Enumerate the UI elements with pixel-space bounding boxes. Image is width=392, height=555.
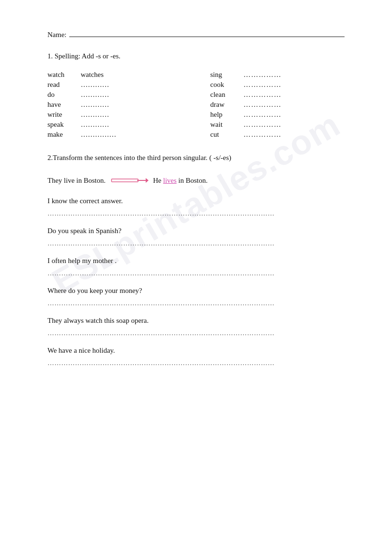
example-right: He lives in Boston. <box>153 177 208 185</box>
spelling-right-col: sing……………cook……………clean……………draw……………hel… <box>210 71 345 139</box>
word-answer: ………… <box>81 101 123 109</box>
word-answer: ………… <box>81 121 123 129</box>
word-answer: …………… <box>243 71 281 79</box>
spelling-row-left-0: watchwatches <box>47 71 182 79</box>
word-base: cook <box>210 81 243 89</box>
example-left: They live in Boston. <box>47 177 106 185</box>
answer-dotted-0: ……………………………………………………………………………………… <box>47 210 345 217</box>
svg-marker-2 <box>146 178 149 183</box>
sentence-text-5: We have a nice holiday. <box>47 347 345 355</box>
answer-dotted-4: ……………………………………………………………………………………… <box>47 329 345 337</box>
spelling-row-right-3: draw…………… <box>210 101 345 109</box>
spelling-row-left-5: speak………… <box>47 121 182 129</box>
word-base: clean <box>210 91 243 99</box>
spelling-row-right-4: help…………… <box>210 111 345 119</box>
answer-dotted-1: ……………………………………………………………………………………… <box>47 240 345 247</box>
word-base: draw <box>210 101 243 109</box>
word-answer: ………… <box>81 91 123 99</box>
sentence-text-3: Where do you keep your money? <box>47 287 345 295</box>
word-answer: …………… <box>243 81 281 89</box>
word-base: cut <box>210 131 243 139</box>
example-row: They live in Boston. He lives in Boston. <box>47 175 345 186</box>
sentence-block-0: I know the correct answer.……………………………………… <box>47 197 345 217</box>
highlight-lives: lives <box>163 177 177 184</box>
spelling-row-right-5: wait…………… <box>210 121 345 129</box>
spelling-row-right-2: clean…………… <box>210 91 345 99</box>
sentence-block-3: Where do you keep your money?……………………………… <box>47 287 345 307</box>
spelling-row-left-6: make…………… <box>47 131 182 139</box>
spelling-left-col: watchwatchesread…………do…………have…………write…… <box>47 71 182 139</box>
spelling-row-left-2: do………… <box>47 91 182 99</box>
svg-rect-0 <box>112 179 138 182</box>
name-label: Name: <box>47 31 66 39</box>
spelling-row-left-4: write………… <box>47 111 182 119</box>
sentence-block-5: We have a nice holiday.……………………………………………… <box>47 347 345 367</box>
word-answer: …………… <box>243 91 281 99</box>
word-answer: …………… <box>81 131 123 139</box>
word-base: do <box>47 91 81 99</box>
sentence-text-4: They always watch this soap opera. <box>47 317 345 325</box>
sentences-container: I know the correct answer.……………………………………… <box>47 197 345 367</box>
spelling-grid: watchwatchesread…………do…………have…………write…… <box>47 71 345 139</box>
spelling-row-left-1: read………… <box>47 81 182 89</box>
word-answer: watches <box>81 71 123 79</box>
word-answer: …………… <box>243 121 281 129</box>
word-answer: …………… <box>243 111 281 119</box>
sentence-block-2: I often help my mother .…………………………………………… <box>47 257 345 277</box>
section2-title: 2.Transform the sentences into the third… <box>47 154 345 162</box>
word-base: wait <box>210 121 243 129</box>
word-answer: …………… <box>243 131 281 139</box>
word-base: speak <box>47 121 81 129</box>
word-base: help <box>210 111 243 119</box>
sentence-text-1: Do you speak in Spanish? <box>47 227 345 235</box>
word-base: have <box>47 101 81 109</box>
spelling-row-right-6: cut…………… <box>210 131 345 139</box>
answer-dotted-2: ……………………………………………………………………………………… <box>47 270 345 277</box>
word-base: write <box>47 111 81 119</box>
word-base: make <box>47 131 81 139</box>
word-base: sing <box>210 71 243 79</box>
answer-dotted-5: ……………………………………………………………………………………… <box>47 359 345 367</box>
arrow-icon <box>111 175 149 186</box>
sentence-text-2: I often help my mother . <box>47 257 345 265</box>
answer-dotted-3: ……………………………………………………………………………………… <box>47 300 345 307</box>
word-answer: ………… <box>81 111 123 119</box>
word-answer: ………… <box>81 81 123 89</box>
sentence-text-0: I know the correct answer. <box>47 197 345 205</box>
name-input-line <box>69 28 345 37</box>
word-base: read <box>47 81 81 89</box>
word-base: watch <box>47 71 81 79</box>
section1-title: 1. Spelling: Add -s or -es. <box>47 52 345 60</box>
word-answer: …………… <box>243 101 281 109</box>
spelling-row-left-3: have………… <box>47 101 182 109</box>
sentence-block-4: They always watch this soap opera.………………… <box>47 317 345 337</box>
sentence-block-1: Do you speak in Spanish?…………………………………………… <box>47 227 345 247</box>
spelling-row-right-0: sing…………… <box>210 71 345 79</box>
spelling-row-right-1: cook…………… <box>210 81 345 89</box>
